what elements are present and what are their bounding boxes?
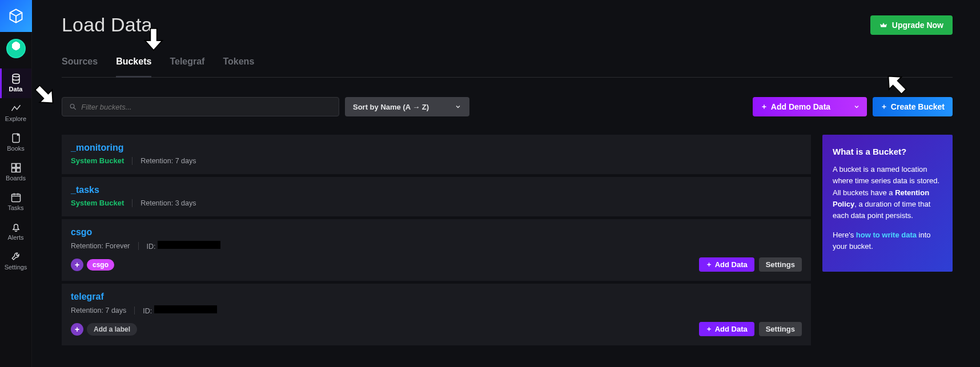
sidebar-item-settings[interactable]: Settings (0, 247, 31, 276)
retention-label: Retention: 7 days (71, 306, 126, 314)
add-demo-label: Add Demo Data (771, 102, 830, 111)
add-demo-data-button[interactable]: Add Demo Data (753, 97, 867, 116)
sidebar-item-data[interactable]: Data (0, 68, 31, 98)
tab-telegraf[interactable]: Telegraf (170, 57, 204, 77)
add-data-button[interactable]: Add Data (699, 257, 754, 272)
sidebar-item-label: Tasks (7, 204, 23, 211)
sidebar-item-tasks[interactable]: Tasks (0, 187, 31, 217)
sidebar: Data Explore Books Boards Tasks Alerts (0, 0, 32, 367)
how-to-write-link[interactable]: how to write data (856, 231, 917, 239)
sidebar-item-boards[interactable]: Boards (0, 158, 31, 187)
svg-point-7 (70, 104, 74, 108)
info-heading: What is a Bucket? (833, 145, 942, 158)
sort-dropdown[interactable]: Sort by Name (A → Z) (345, 97, 469, 116)
cube-logo-icon (8, 8, 24, 24)
bucket-name[interactable]: csgo (71, 227, 802, 237)
sort-label: Sort by Name (A → Z) (353, 103, 429, 111)
plus-icon (706, 326, 712, 332)
bucket-name[interactable]: _monitoring (71, 143, 802, 153)
sidebar-item-books[interactable]: Books (0, 128, 31, 158)
bucket-id-value[interactable] (158, 241, 220, 249)
retention-label: Retention: 3 days (140, 199, 196, 207)
svg-rect-3 (16, 164, 20, 168)
plus-icon (706, 261, 712, 268)
settings-button[interactable]: Settings (759, 257, 802, 272)
boards-icon (10, 162, 22, 174)
tab-buckets[interactable]: Buckets (116, 57, 151, 78)
sidebar-item-label: Books (7, 145, 25, 152)
id-label: ID: (147, 241, 220, 251)
create-bucket-button[interactable]: Create Bucket (873, 97, 953, 116)
info-paragraph: Here's how to write data into your bucke… (833, 229, 942, 252)
bucket-card-telegraf: telegraf Retention: 7 days ID: + Add a l… (62, 284, 811, 346)
tabs: Sources Buckets Telegraf Tokens (62, 57, 953, 78)
tab-tokens[interactable]: Tokens (223, 57, 254, 77)
svg-rect-2 (11, 164, 15, 168)
upgrade-label: Upgrade Now (892, 21, 943, 30)
system-bucket-badge: System Bucket (71, 199, 124, 207)
plus-icon (881, 103, 887, 110)
notebook-icon (10, 132, 22, 144)
bucket-card-monitoring: _monitoring System Bucket Retention: 7 d… (62, 135, 811, 175)
sidebar-item-label: Explore (5, 115, 26, 122)
sidebar-item-label: Boards (6, 175, 26, 182)
search-input[interactable] (81, 103, 332, 111)
add-label-button[interactable]: Add a label (87, 323, 137, 336)
upgrade-button[interactable]: Upgrade Now (870, 15, 953, 35)
sidebar-item-explore[interactable]: Explore (0, 98, 31, 128)
svg-rect-4 (11, 168, 15, 172)
bucket-card-csgo: csgo Retention: Forever ID: + csgo (62, 219, 811, 281)
sidebar-item-label: Data (9, 86, 23, 92)
logo[interactable] (0, 0, 32, 32)
system-bucket-badge: System Bucket (71, 156, 124, 165)
explore-icon (10, 103, 22, 114)
create-bucket-label: Create Bucket (891, 102, 945, 111)
svg-point-0 (13, 74, 19, 77)
bucket-name[interactable]: _tasks (71, 185, 802, 195)
sidebar-item-label: Settings (5, 264, 27, 271)
svg-rect-5 (16, 168, 20, 172)
retention-label: Retention: Forever (71, 242, 130, 250)
settings-button[interactable]: Settings (759, 322, 802, 336)
info-panel: What is a Bucket? A bucket is a named lo… (822, 135, 953, 272)
database-icon (10, 73, 22, 84)
info-paragraph: A bucket is a named location where time … (833, 164, 942, 221)
search-field[interactable] (62, 97, 339, 116)
bucket-id-value[interactable] (154, 305, 217, 313)
bucket-tag[interactable]: csgo (87, 259, 114, 271)
calendar-icon (10, 192, 22, 203)
add-data-button[interactable]: Add Data (699, 322, 754, 336)
sidebar-item-label: Alerts (7, 234, 23, 241)
plus-icon (761, 103, 768, 110)
retention-label: Retention: 7 days (140, 157, 196, 165)
crown-icon (879, 21, 887, 29)
sidebar-item-alerts[interactable]: Alerts (0, 217, 31, 247)
add-tag-button[interactable]: + (71, 259, 83, 271)
wrench-icon (10, 251, 22, 263)
page-title: Load Data (62, 14, 152, 36)
add-tag-button[interactable]: + (71, 323, 83, 336)
chevron-down-icon (455, 103, 461, 110)
svg-rect-6 (11, 194, 20, 201)
bucket-list: _monitoring System Bucket Retention: 7 d… (62, 135, 811, 346)
tab-sources[interactable]: Sources (62, 57, 98, 77)
bucket-card-tasks: _tasks System Bucket Retention: 3 days (62, 177, 811, 217)
avatar[interactable] (6, 39, 26, 58)
bucket-name[interactable]: telegraf (71, 292, 802, 302)
id-label: ID: (143, 305, 216, 315)
bell-icon (10, 221, 22, 233)
search-icon (69, 103, 77, 111)
chevron-down-icon (853, 103, 860, 110)
